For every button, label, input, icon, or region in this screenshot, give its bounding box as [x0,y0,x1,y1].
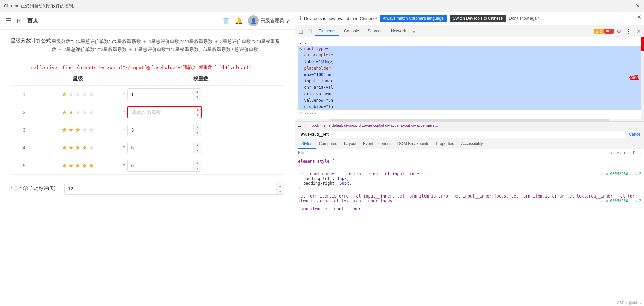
star-empty: ★ [82,109,87,116]
html-scrollbar[interactable] [641,37,644,119]
bottom-spinner-up[interactable]: ▲ [277,183,284,189]
spinner-down-1[interactable]: ▼ [194,94,201,100]
weight-input-3[interactable] [128,127,193,133]
css-rule-element: element.style { } [298,159,641,168]
tab-layout[interactable]: Layout [341,139,360,149]
tab-dom-breakpoints[interactable]: DOM Breakpoints [394,139,433,149]
spinner-down-5[interactable]: ▼ [194,166,201,171]
breadcrumb-avue-main[interactable]: div.avue-main [411,123,434,127]
spinner-3: ▲ ▼ [193,124,201,136]
horizontal-scrollbar[interactable] [295,119,644,122]
more-tabs-icon[interactable]: » [411,27,417,35]
home-link[interactable]: 首页 [27,17,38,24]
styles-filter-input[interactable] [298,150,604,155]
notification-close-icon[interactable]: ✕ [637,14,641,20]
cancel-button[interactable]: Cancel [629,132,641,137]
devtools-notification: ℹ DevTools is now available in Chinese! … [295,12,644,25]
weight-1[interactable]: * ▲ ▼ [118,85,284,103]
spinner-4: ▲ ▼ [193,142,201,154]
match-language-button[interactable]: Always match Chrome's language [380,15,447,22]
warning-badge: ▲ 2 [594,29,604,34]
bottom-spinner-down[interactable]: ▼ [277,189,284,194]
weight-input-wrapper-5: ▲ ▼ [127,160,201,172]
stars-1: ★ ★ ★ ★ ★ [38,85,118,103]
devtools-close-icon[interactable]: ✕ [634,27,643,36]
tab-computed[interactable]: Computed [316,139,341,149]
code-text: self.driver.find_elements_by_xpath("//in… [31,64,251,71]
tab-network[interactable]: Network [387,27,410,36]
breadcrumb-avue-contail[interactable]: div.avue-contail [359,123,384,127]
bottom-input-wrapper: ▲ ▼ [64,183,284,195]
more-options-icon[interactable]: ⋮ [624,26,634,36]
spinner-5: ▲ ▼ [193,160,201,171]
weight-input-5[interactable] [128,163,193,168]
devtools-panel: ℹ DevTools is now available in Chinese! … [295,12,644,306]
star-empty: ★ [82,91,87,98]
hamburger-icon[interactable]: ☰ [5,17,11,25]
weight-5[interactable]: * ▲ ▼ [118,157,284,174]
formula-section: 星级分数计算公式： 星级分数=（5星总评价单数*5*5星权重系数 ＋ 4星总评价… [11,38,284,54]
weight-input-2[interactable] [128,110,194,115]
auto-rating-label: * ⓘ * ⓘ 自动好评(天)： [11,186,60,192]
spinner-down-3[interactable]: ▼ [194,130,201,136]
star-empty: ★ [68,91,74,98]
star-filled: ★ [75,162,80,169]
breadcrumb-dots[interactable]: ... [298,123,301,127]
spinner-up-3[interactable]: ▲ [194,124,201,130]
user-menu[interactable]: 👤 高级管理员 ∨ [248,15,289,26]
star-filled: ★ [75,127,80,133]
table-row: 4 ★ ★ ★ ★ ★ * [11,139,284,157]
browser-panel: ☰ ⊞ 首页 👕 🔔 👤 高级管理员 ∨ 星级分数计算公式： 星级分数=（5星总… [0,12,295,306]
auto-rating-input[interactable] [65,186,276,191]
settings-icon[interactable]: ⚙ [614,27,623,36]
bottom-spinner: ▲ ▼ [276,183,284,194]
weight-2[interactable]: * ▲ ▼ [118,103,284,121]
tab-properties[interactable]: Properties [433,139,458,149]
stars-3: ★ ★ ★ ★ ★ [38,121,118,139]
tab-console[interactable]: Console [340,27,363,36]
weight-4[interactable]: * ▲ ▼ [118,139,284,157]
html-line-highlight: valuenow="un [298,97,641,104]
device-toggle-icon[interactable]: ☐ [306,27,314,35]
tab-elements[interactable]: Elements [315,27,339,36]
breadcrumb-html[interactable]: html. [302,123,310,127]
switch-to-chinese-button[interactable]: Switch DevTools to Chinese [450,15,506,22]
spinner-up-1[interactable]: ▲ [194,89,201,94]
css-rule-1: .el-input-number.is-controls-right .el-i… [298,172,641,190]
breadcrumb: ... html. body.theme-default div#app div… [295,122,644,129]
dont-show-link[interactable]: Don't show again [509,16,540,21]
tab-accessibility[interactable]: Accessibility [458,139,486,149]
weight-input-4[interactable] [128,145,193,150]
spinner-down-4[interactable]: ▼ [194,148,201,154]
shirt-icon[interactable]: 👕 [222,17,230,25]
spinner-up-5[interactable]: ▲ [194,160,201,166]
spinner-down-2[interactable]: ▼ [194,112,201,118]
spinner-up-4[interactable]: ▲ [194,142,201,148]
star-filled: ★ [68,162,74,169]
title-bar-close[interactable]: ✕ [636,3,640,9]
required-mark: * [123,145,125,150]
css-prop-padding-left: padding-left: 15px; [298,176,641,181]
breadcrumb-divapp[interactable]: div#app [344,123,357,127]
weight-3[interactable]: * ▲ ▼ [118,121,284,139]
css-selector-line-3: form-item .el-input__inner [298,207,641,211]
breadcrumb-avue-layout[interactable]: div.avue-layout [385,123,410,127]
breadcrumb-body[interactable]: body.theme-default [312,123,343,127]
html-line-highlight: max="100" mi [298,72,641,78]
weight-input-1[interactable] [128,92,193,97]
html-line-highlight: input__inner [298,78,641,84]
inspect-icon[interactable]: ⬚ [297,27,305,35]
title-bar-text: Chrome 正受到自动测试软件的控制。 [4,3,77,9]
required-mark: * [123,92,125,97]
element-search-input[interactable] [298,131,626,138]
tab-styles[interactable]: Styles [298,139,316,149]
info-icon[interactable]: ⓘ [14,186,18,192]
row-num-5: 5 [11,157,38,174]
tab-event-listeners[interactable]: Event Listeners [360,139,394,149]
breadcrumb-more[interactable]: ... [435,123,438,127]
required-mark: * [123,128,125,132]
grid-icon[interactable]: ⊞ [17,17,22,25]
tab-sources[interactable]: Sources [364,27,386,36]
bell-icon[interactable]: 🔔 [235,17,243,25]
spinner-up-2[interactable]: ▲ [194,107,201,112]
